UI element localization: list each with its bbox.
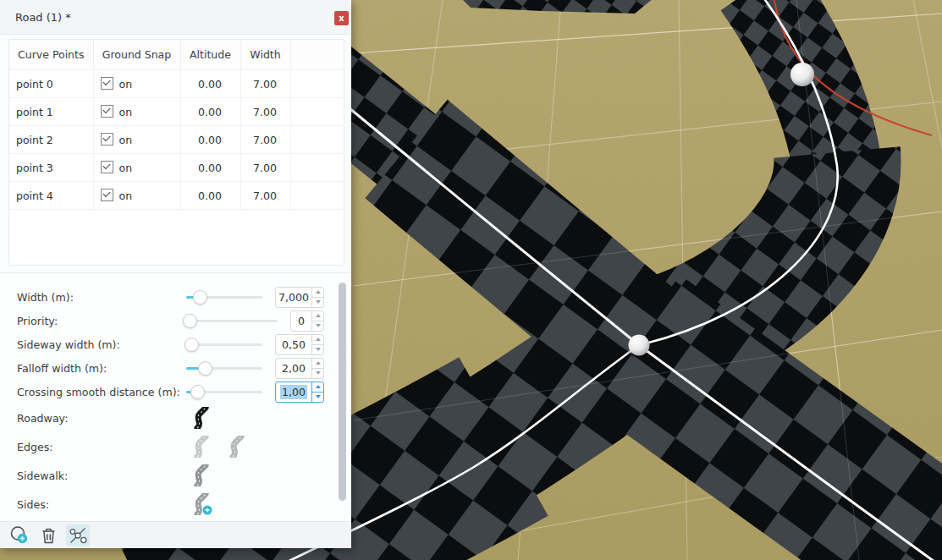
priority-slider[interactable] xyxy=(186,314,278,327)
number-value[interactable]: 7,000 xyxy=(276,288,311,307)
number-value[interactable]: 2,00 xyxy=(276,359,311,378)
curve-point-row[interactable]: point 2on0.007.00 xyxy=(9,126,344,154)
curve-point-row[interactable]: point 1on0.007.00 xyxy=(9,98,344,126)
priority-number-input[interactable]: 0 xyxy=(290,310,324,332)
width-number-input[interactable]: 7,000 xyxy=(275,287,324,308)
empty-cell xyxy=(290,98,344,126)
curve-point-row[interactable]: point 0on0.007.00 xyxy=(9,70,344,98)
empty-cell xyxy=(290,126,344,154)
property-label: Crossing smooth distance (m): xyxy=(17,386,186,398)
close-button[interactable]: x xyxy=(334,11,349,25)
sidewalk-texture-row: Sidewalk: xyxy=(17,461,351,490)
falloff-slider[interactable] xyxy=(186,361,262,375)
crossing-property-row: Crossing smooth distance (m):1,00 xyxy=(17,380,351,404)
spinner-up-icon[interactable] xyxy=(312,382,323,392)
roadway-texture-icon[interactable] xyxy=(191,407,213,429)
width-cell[interactable]: 7.00 xyxy=(240,154,290,182)
curve-point-row[interactable]: point 3on0.007.00 xyxy=(9,154,344,182)
falloff-property-row: Falloff width (m):2,00 xyxy=(17,356,351,380)
control-point-sphere[interactable] xyxy=(791,63,814,86)
delete-road-button[interactable] xyxy=(36,524,60,546)
falloff-number-input[interactable]: 2,00 xyxy=(275,358,324,379)
width-cell[interactable]: 7.00 xyxy=(240,182,290,210)
ground-snap-checkbox[interactable] xyxy=(101,133,113,145)
property-label: Width (m): xyxy=(17,291,186,304)
column-header[interactable]: Ground Snap xyxy=(93,40,180,70)
ground-snap-label: on xyxy=(119,78,133,91)
slider-thumb[interactable] xyxy=(185,338,199,352)
column-header[interactable]: Curve Points xyxy=(9,40,93,70)
spinner-up-icon[interactable] xyxy=(312,359,323,368)
texture-label: Edges: xyxy=(17,441,186,453)
ground-snap-checkbox[interactable] xyxy=(101,189,113,201)
edge-texture-icon[interactable] xyxy=(191,436,213,458)
split-road-button[interactable] xyxy=(66,524,90,546)
settings-scrollbar-thumb[interactable] xyxy=(339,283,346,501)
close-icon: x xyxy=(339,14,344,23)
ground-snap-checkbox[interactable] xyxy=(101,77,113,90)
texture-label: Roadway: xyxy=(17,412,186,425)
texture-icons xyxy=(186,464,213,486)
slider-thumb[interactable] xyxy=(193,290,207,305)
point-name-cell[interactable]: point 1 xyxy=(9,98,93,126)
ground-snap-checkbox[interactable] xyxy=(101,161,113,173)
spinner-up-icon[interactable] xyxy=(312,288,323,297)
point-name-cell[interactable]: point 0 xyxy=(9,70,93,98)
sideway-number-input[interactable]: 0,50 xyxy=(275,334,324,355)
empty-cell xyxy=(290,182,344,210)
point-name-cell[interactable]: point 4 xyxy=(9,182,93,210)
altitude-cell[interactable]: 0.00 xyxy=(180,182,240,210)
sidewalk-texture-icon[interactable] xyxy=(191,464,213,486)
altitude-cell[interactable]: 0.00 xyxy=(180,154,240,182)
property-label: Falloff width (m): xyxy=(17,362,186,375)
width-cell[interactable]: 7.00 xyxy=(240,126,290,154)
number-value[interactable]: 0,50 xyxy=(276,335,311,354)
sideway-property-row: Sideway width (m):0,50 xyxy=(17,332,351,356)
spinner-down-icon[interactable] xyxy=(312,344,323,354)
altitude-cell[interactable]: 0.00 xyxy=(180,70,240,98)
column-header[interactable]: Altitude xyxy=(180,40,240,70)
altitude-cell[interactable]: 0.00 xyxy=(180,98,240,126)
slider-thumb[interactable] xyxy=(190,385,205,399)
curve-points-tbody: point 0on0.007.00point 1on0.007.00point … xyxy=(9,70,344,210)
point-name-cell[interactable]: point 3 xyxy=(9,154,93,182)
number-value[interactable]: 1,00 xyxy=(276,382,311,402)
control-point-sphere[interactable] xyxy=(629,335,650,356)
spinner-down-icon[interactable] xyxy=(312,392,323,402)
sides-texture-icon[interactable] xyxy=(191,493,213,515)
slider-thumb[interactable] xyxy=(183,314,197,328)
width-slider[interactable] xyxy=(186,290,262,304)
crossing-number-input[interactable]: 1,00 xyxy=(275,382,324,403)
column-header[interactable] xyxy=(290,40,344,70)
altitude-cell[interactable]: 0.00 xyxy=(180,126,240,154)
texture-icons xyxy=(186,407,213,429)
curve-point-row[interactable]: point 4on0.007.00 xyxy=(9,182,344,210)
add-road-button[interactable] xyxy=(7,524,30,546)
width-cell[interactable]: 7.00 xyxy=(240,70,290,98)
property-label: Priority: xyxy=(17,315,186,327)
spinner-down-icon[interactable] xyxy=(312,321,323,331)
slider-thumb[interactable] xyxy=(198,361,212,376)
ground-snap-label: on xyxy=(119,134,133,146)
crossing-slider[interactable] xyxy=(186,385,262,398)
spinner-down-icon[interactable] xyxy=(312,368,323,378)
point-name-cell[interactable]: point 2 xyxy=(9,126,93,154)
spinner-down-icon[interactable] xyxy=(312,297,323,307)
table-header-row: Curve PointsGround SnapAltitudeWidth xyxy=(9,40,344,70)
edges-texture-row: Edges: xyxy=(17,432,351,461)
spinner-up-icon[interactable] xyxy=(312,311,323,321)
sides-texture-row: Sides: xyxy=(17,490,351,519)
column-header[interactable]: Width xyxy=(240,40,290,70)
ground-snap-checkbox[interactable] xyxy=(101,105,113,118)
width-property-row: Width (m):7,000 xyxy=(17,285,351,309)
panel-titlebar[interactable]: Road (1) * x xyxy=(0,0,351,35)
number-value[interactable]: 0 xyxy=(291,311,311,331)
edge-texture-icon[interactable] xyxy=(227,436,249,458)
road-editor-window: Road (1) * x Curve PointsGround SnapAlti… xyxy=(0,0,942,560)
textures-list: Roadway:Edges:Sidewalk:Sides: xyxy=(17,404,351,519)
spinner-up-icon[interactable] xyxy=(312,335,323,344)
road-properties-panel: Road (1) * x Curve PointsGround SnapAlti… xyxy=(0,0,351,548)
properties-list: Width (m):7,000Priority:0Sideway width (… xyxy=(17,285,351,404)
width-cell[interactable]: 7.00 xyxy=(240,98,290,126)
sideway-slider[interactable] xyxy=(186,338,262,351)
